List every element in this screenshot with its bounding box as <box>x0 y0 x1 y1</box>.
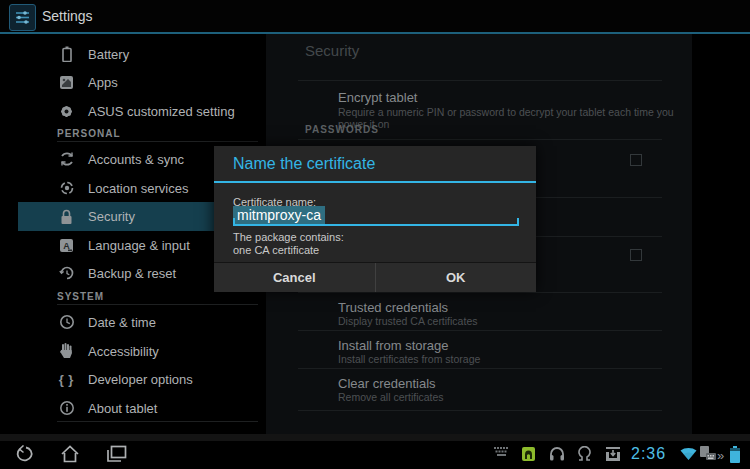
divider <box>57 304 258 305</box>
headset-status-icon[interactable] <box>576 446 593 462</box>
svg-text:A: A <box>63 240 70 250</box>
checkbox-unchecked[interactable] <box>630 154 642 166</box>
panel-bottom-edge <box>0 434 750 441</box>
apps-icon <box>58 74 75 91</box>
sidebar-item-accessibility[interactable]: Accessibility <box>18 337 266 365</box>
sync-icon <box>58 151 75 168</box>
encrypt-tablet-title: Encrypt tablet <box>338 90 418 105</box>
divider <box>298 330 662 331</box>
sidebar-section-personal: PERSONAL <box>57 128 121 139</box>
input-underline <box>233 218 519 226</box>
wifi-status-icon[interactable] <box>680 446 697 461</box>
battery-status-icon[interactable] <box>729 446 741 463</box>
sidebar-item-developer-options[interactable]: { } Developer options <box>18 365 266 393</box>
install-tray-status-icon[interactable] <box>605 446 621 462</box>
divider <box>298 292 662 293</box>
dialog-title: Name the certificate <box>233 146 375 181</box>
page-title: Settings <box>42 0 93 32</box>
trusted-credentials-subtitle: Display trusted CA certificates <box>338 315 477 327</box>
cancel-button[interactable]: Cancel <box>214 263 376 292</box>
ok-button[interactable]: OK <box>376 263 537 292</box>
dialog-title-divider <box>214 181 536 183</box>
sidebar-item-about-tablet[interactable]: About tablet <box>18 394 266 422</box>
info-icon <box>58 400 75 417</box>
divider <box>57 421 258 422</box>
keyboard-status-icon[interactable] <box>494 446 510 457</box>
sliders-icon <box>14 9 31 26</box>
clock-icon <box>58 314 75 331</box>
braces-icon: { } <box>58 371 75 388</box>
headphones-status-icon[interactable] <box>549 446 565 462</box>
hand-icon <box>58 343 75 360</box>
checkbox-unchecked[interactable] <box>630 249 642 261</box>
sidebar-item-asus-customized-setting[interactable]: ASUS customized setting <box>18 97 266 125</box>
divider <box>57 141 258 142</box>
sidebar-item-apps[interactable]: Apps <box>18 68 266 96</box>
divider <box>298 139 662 140</box>
install-from-storage-item[interactable]: Install from storage Install certificate… <box>266 334 692 368</box>
location-icon <box>58 180 75 197</box>
backup-icon <box>58 265 75 282</box>
package-contains-line: The package contains: <box>233 231 344 243</box>
app-header <box>0 0 750 32</box>
trusted-credentials-title: Trusted credentials <box>338 300 448 315</box>
install-from-storage-title: Install from storage <box>338 338 449 353</box>
sidebar-section-system: SYSTEM <box>57 291 104 302</box>
encrypt-tablet-subtitle: Require a numeric PIN or password to dec… <box>338 106 678 130</box>
battery-icon <box>58 46 75 63</box>
usb-debugging-status-icon[interactable] <box>521 446 536 462</box>
clear-credentials-subtitle: Remove all certificates <box>338 391 444 403</box>
panel-title: Security <box>305 42 359 59</box>
lock-icon <box>58 208 75 225</box>
name-certificate-dialog: Name the certificate Certificate name: m… <box>214 146 536 291</box>
language-icon: A <box>58 237 75 254</box>
divider <box>298 368 662 369</box>
sidebar-item-battery[interactable]: Battery <box>18 40 266 68</box>
divider <box>298 410 662 411</box>
trusted-credentials-item[interactable]: Trusted credentials Display trusted CA c… <box>266 296 692 330</box>
clear-credentials-title: Clear credentials <box>338 376 436 391</box>
divider <box>298 80 662 81</box>
recent-apps-button[interactable] <box>105 444 129 464</box>
passwords-section-header: PASSWORDS <box>305 124 379 135</box>
back-button[interactable] <box>13 444 37 464</box>
gear-icon <box>58 103 75 120</box>
package-content-line: one CA certificate <box>233 244 319 256</box>
sidebar-item-date-time[interactable]: Date & time <box>18 308 266 336</box>
dock-status-icon[interactable] <box>699 446 717 461</box>
clear-credentials-item[interactable]: Clear credentials Remove all certificate… <box>266 372 692 406</box>
install-from-storage-subtitle: Install certificates from storage <box>338 353 480 365</box>
home-button[interactable] <box>58 444 82 464</box>
settings-app-icon <box>9 4 36 31</box>
clock-time[interactable]: 2:36 <box>631 445 666 463</box>
dialog-button-bar: Cancel OK <box>214 262 536 292</box>
chevrons-status-icon[interactable]: » <box>717 448 724 463</box>
